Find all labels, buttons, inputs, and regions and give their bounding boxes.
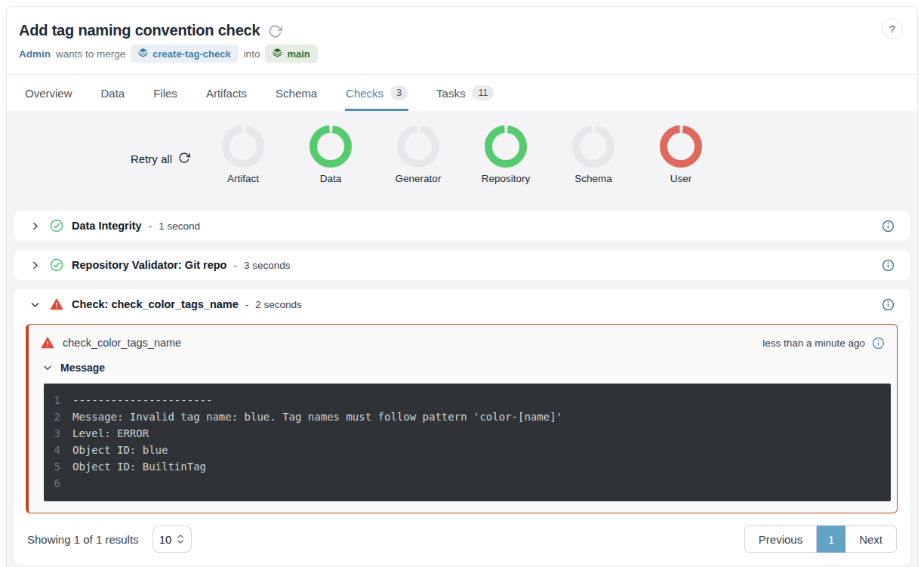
next-page-button[interactable]: Next bbox=[845, 525, 897, 553]
author-link[interactable]: Admin bbox=[19, 48, 51, 60]
layers-icon bbox=[138, 48, 148, 60]
donut-ring-icon bbox=[572, 125, 614, 168]
donut-label: Generator bbox=[396, 173, 442, 184]
current-page-button[interactable]: 1 bbox=[817, 525, 845, 553]
page-size-select[interactable]: 10 bbox=[152, 525, 192, 553]
tab-label: Tasks bbox=[436, 87, 465, 100]
retry-all-button[interactable]: Retry all bbox=[131, 152, 190, 166]
info-icon[interactable] bbox=[882, 259, 895, 272]
info-icon[interactable] bbox=[882, 298, 895, 311]
donut-ring-icon bbox=[310, 125, 352, 168]
chevron-right-icon bbox=[29, 221, 40, 231]
separator: - bbox=[245, 299, 249, 310]
info-icon[interactable] bbox=[872, 337, 885, 350]
separator: - bbox=[233, 260, 237, 271]
donut-user[interactable]: User bbox=[637, 125, 725, 184]
help-button[interactable]: ? bbox=[882, 18, 903, 39]
donut-label: Schema bbox=[574, 173, 612, 184]
check-passed-icon bbox=[50, 258, 63, 272]
donut-ring-icon bbox=[660, 125, 702, 168]
check-title: Repository Validator: Git repo bbox=[72, 259, 226, 271]
layers-icon bbox=[273, 48, 282, 60]
refresh-icon[interactable] bbox=[268, 24, 282, 39]
stepper-icon bbox=[177, 533, 184, 545]
line-text: Message: Invalid tag name: blue. Tag nam… bbox=[72, 408, 562, 425]
tab-files[interactable]: Files bbox=[153, 75, 177, 111]
chevron-down-icon bbox=[43, 363, 52, 372]
check-title: Data Integrity bbox=[72, 220, 142, 232]
pagination: Previous 1 Next bbox=[744, 525, 897, 553]
tab-label: Checks bbox=[346, 87, 383, 100]
retry-icon bbox=[178, 152, 190, 166]
tab-label: Files bbox=[153, 87, 177, 100]
line-number: 5 bbox=[48, 458, 60, 475]
code-line: 6 bbox=[44, 475, 891, 492]
warning-triangle-icon bbox=[50, 297, 63, 311]
check-title: Check: check_color_tags_name bbox=[72, 298, 239, 310]
chevron-down-icon bbox=[29, 300, 40, 310]
tab-overview[interactable]: Overview bbox=[25, 75, 72, 111]
donut-ring-icon bbox=[485, 125, 527, 168]
merge-text: wants to merge bbox=[56, 48, 125, 60]
page-header: Add tag naming convention check ? Admin … bbox=[7, 7, 917, 74]
message-section-label: Message bbox=[60, 362, 105, 374]
tab-count-badge: 3 bbox=[390, 85, 408, 101]
code-line: 3Level: ERROR bbox=[44, 425, 891, 442]
check-passed-icon bbox=[50, 219, 63, 233]
donut-ring-icon bbox=[222, 125, 264, 168]
line-number: 3 bbox=[48, 425, 60, 442]
tab-label: Schema bbox=[276, 87, 317, 100]
error-detail-panel: check_color_tags_name less than a minute… bbox=[26, 324, 898, 513]
tab-label: Overview bbox=[25, 87, 72, 100]
donut-artifact[interactable]: Artifact bbox=[199, 125, 287, 184]
line-number: 1 bbox=[48, 392, 60, 408]
results-count: Showing 1 of 1 results bbox=[27, 533, 139, 546]
into-text: into bbox=[244, 48, 260, 60]
line-text: Level: ERROR bbox=[72, 425, 149, 442]
target-branch-name: main bbox=[287, 48, 310, 60]
warning-triangle-icon bbox=[41, 336, 54, 350]
retry-all-label: Retry all bbox=[131, 153, 172, 165]
tab-label: Artifacts bbox=[206, 87, 247, 100]
code-line: 4Object ID: blue bbox=[44, 442, 891, 458]
donut-data[interactable]: Data bbox=[287, 125, 374, 184]
donut-schema[interactable]: Schema bbox=[550, 125, 637, 184]
log-output: 1----------------------2Message: Invalid… bbox=[44, 384, 891, 501]
tab-label: Data bbox=[101, 87, 125, 100]
target-branch-badge[interactable]: main bbox=[265, 45, 317, 63]
separator: - bbox=[149, 220, 152, 232]
tab-artifacts[interactable]: Artifacts bbox=[206, 75, 247, 111]
previous-page-button[interactable]: Previous bbox=[744, 525, 817, 553]
checks-tab-content: Retry all ArtifactDataGeneratorRepositor… bbox=[7, 111, 917, 567]
tab-count-badge: 11 bbox=[472, 85, 494, 101]
merge-request-page: Add tag naming convention check ? Admin … bbox=[6, 6, 918, 567]
check-card-color-tags: Check: check_color_tags_name - 2 seconds… bbox=[14, 289, 910, 565]
tab-checks[interactable]: Checks3 bbox=[346, 75, 408, 111]
tab-tasks[interactable]: Tasks11 bbox=[436, 75, 494, 111]
message-section-toggle[interactable]: Message bbox=[29, 356, 897, 382]
check-duration: 1 second bbox=[159, 220, 200, 232]
check-row-header[interactable]: Data Integrity - 1 second bbox=[14, 211, 910, 241]
tab-schema[interactable]: Schema bbox=[276, 75, 317, 111]
check-row-header[interactable]: Repository Validator: Git repo - 3 secon… bbox=[14, 250, 910, 280]
source-branch-badge[interactable]: create-tag-check bbox=[131, 45, 238, 63]
code-line: 2Message: Invalid tag name: blue. Tag na… bbox=[44, 408, 891, 425]
tab-bar: OverviewDataFilesArtifactsSchemaChecks3T… bbox=[7, 74, 917, 111]
donut-generator[interactable]: Generator bbox=[374, 125, 462, 184]
check-duration: 3 seconds bbox=[244, 260, 291, 271]
error-panel-header: check_color_tags_name less than a minute… bbox=[29, 325, 897, 356]
status-summary: Retry all ArtifactDataGeneratorRepositor… bbox=[14, 122, 910, 200]
code-line: 5Object ID: BuiltinTag bbox=[44, 458, 891, 475]
tab-data[interactable]: Data bbox=[101, 75, 125, 111]
page-title: Add tag naming convention check bbox=[19, 22, 260, 39]
error-check-name: check_color_tags_name bbox=[63, 337, 181, 349]
check-card-repository-validator: Repository Validator: Git repo - 3 secon… bbox=[14, 250, 910, 280]
check-duration: 2 seconds bbox=[255, 299, 302, 310]
line-number: 4 bbox=[48, 442, 60, 458]
donut-label: Repository bbox=[482, 173, 531, 184]
check-row-header[interactable]: Check: check_color_tags_name - 2 seconds bbox=[14, 289, 910, 319]
donut-ring-icon bbox=[397, 125, 439, 168]
info-icon[interactable] bbox=[882, 220, 895, 233]
donut-repository[interactable]: Repository bbox=[462, 125, 550, 184]
check-card-data-integrity: Data Integrity - 1 second bbox=[14, 211, 910, 241]
